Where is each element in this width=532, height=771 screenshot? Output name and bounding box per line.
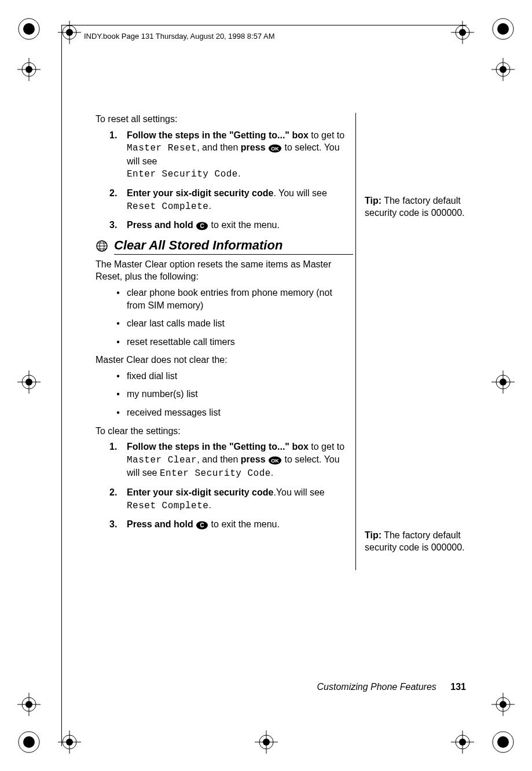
lcd-text: Enter Security Code bbox=[127, 169, 238, 179]
step-bold: Enter your six-digit security code bbox=[127, 487, 273, 497]
svg-point-31 bbox=[25, 701, 32, 708]
step-item: 2. Enter your six-digit security code. Y… bbox=[96, 187, 353, 213]
page-number: 131 bbox=[450, 682, 466, 692]
content-divider bbox=[355, 113, 356, 570]
crop-mark-icon bbox=[255, 730, 278, 754]
svg-text:OK: OK bbox=[271, 146, 279, 152]
running-header: INDY.book Page 131 Thursday, August 20, … bbox=[84, 32, 275, 41]
list-item: •fixed dial list bbox=[96, 370, 353, 383]
svg-point-23 bbox=[25, 379, 32, 386]
header-rule bbox=[61, 25, 467, 26]
svg-point-15 bbox=[25, 66, 32, 73]
bullet-list: •clear phone book entries from phone mem… bbox=[96, 287, 353, 348]
svg-point-39 bbox=[497, 736, 509, 748]
step-item: 2. Enter your six-digit security code.Yo… bbox=[96, 486, 353, 512]
svg-point-51 bbox=[459, 739, 466, 746]
svg-text:OK: OK bbox=[271, 458, 279, 464]
svg-point-3 bbox=[497, 23, 509, 35]
c-key-icon: C bbox=[196, 519, 208, 531]
globe-icon bbox=[96, 240, 108, 252]
step-number: 3. bbox=[96, 518, 127, 531]
svg-text:C: C bbox=[200, 223, 204, 229]
section-heading-row: Clear All Stored Information bbox=[96, 238, 353, 255]
lcd-text: Reset Complete bbox=[127, 501, 208, 511]
step-bold: Press and hold bbox=[127, 220, 193, 230]
tip-note: Tip: The factory default security code i… bbox=[365, 530, 469, 554]
step-number: 2. bbox=[96, 187, 127, 213]
crop-mark-icon bbox=[17, 370, 41, 394]
list-item: •clear last calls made list bbox=[96, 317, 353, 330]
lcd-text: Master Clear bbox=[127, 455, 197, 465]
lcd-text: Reset Complete bbox=[127, 201, 208, 212]
svg-point-7 bbox=[66, 29, 73, 36]
step-number: 1. bbox=[96, 129, 127, 181]
bullet-list: •fixed dial list •my number(s) list •rec… bbox=[96, 370, 353, 419]
page-footer: Customizing Phone Features 131 bbox=[96, 682, 466, 692]
lcd-text: Enter Security Code bbox=[160, 468, 271, 479]
page-guide bbox=[61, 25, 62, 746]
step-item: 3. Press and hold C to exit the menu. bbox=[96, 518, 353, 531]
ok-key-icon: OK bbox=[268, 454, 282, 467]
step-bold: Follow the steps in the "Getting to..." … bbox=[127, 130, 309, 140]
step-item: 1. Follow the steps in the "Getting to..… bbox=[96, 129, 353, 181]
lcd-text: Master Reset bbox=[127, 143, 197, 153]
crop-mark-icon bbox=[491, 693, 515, 716]
intro-text: To clear the settings: bbox=[96, 425, 353, 438]
step-item: 3. Press and hold C to exit the menu. bbox=[96, 219, 353, 232]
svg-point-19 bbox=[500, 66, 507, 73]
list-item: •reset resettable call timers bbox=[96, 336, 353, 348]
chapter-title: Customizing Phone Features bbox=[317, 682, 436, 692]
crop-mark-icon bbox=[491, 58, 515, 81]
tip-note: Tip: The factory default security code i… bbox=[365, 195, 469, 219]
svg-point-27 bbox=[500, 379, 507, 386]
step-bold: Follow the steps in the "Getting to..." … bbox=[127, 442, 309, 451]
registration-mark-icon bbox=[17, 17, 41, 41]
steps-list-reset: 1. Follow the steps in the "Getting to..… bbox=[96, 129, 353, 232]
registration-mark-icon bbox=[491, 730, 515, 754]
svg-text:C: C bbox=[200, 522, 204, 528]
step-number: 3. bbox=[96, 219, 127, 232]
list-item: •received messages list bbox=[96, 406, 353, 419]
intro-text: To reset all settings: bbox=[96, 113, 353, 126]
crop-mark-icon bbox=[451, 730, 474, 754]
step-bold: Enter your six-digit security code bbox=[127, 188, 273, 198]
paragraph: Master Clear does not clear the: bbox=[96, 354, 353, 366]
ok-key-icon: OK bbox=[268, 142, 282, 155]
step-item: 1. Follow the steps in the "Getting to..… bbox=[96, 440, 353, 480]
svg-point-47 bbox=[263, 739, 270, 746]
svg-point-1 bbox=[23, 23, 35, 35]
steps-list-clear: 1. Follow the steps in the "Getting to..… bbox=[96, 440, 353, 531]
step-number: 1. bbox=[96, 440, 127, 480]
svg-point-37 bbox=[23, 736, 35, 748]
main-content: To reset all settings: 1. Follow the ste… bbox=[96, 113, 353, 537]
registration-mark-icon bbox=[491, 17, 515, 41]
svg-point-11 bbox=[459, 29, 466, 36]
crop-mark-icon bbox=[491, 370, 515, 394]
c-key-icon: C bbox=[196, 219, 208, 232]
crop-mark-icon bbox=[17, 693, 41, 716]
list-item: •my number(s) list bbox=[96, 388, 353, 401]
list-item: •clear phone book entries from phone mem… bbox=[96, 287, 353, 311]
svg-point-35 bbox=[500, 701, 507, 708]
section-heading: Clear All Stored Information bbox=[114, 238, 353, 255]
svg-point-43 bbox=[66, 739, 73, 746]
paragraph: The Master Clear option resets the same … bbox=[96, 258, 353, 283]
step-bold: Press and hold bbox=[127, 519, 193, 529]
crop-mark-icon bbox=[451, 21, 474, 44]
registration-mark-icon bbox=[17, 730, 41, 754]
crop-mark-icon bbox=[17, 58, 41, 81]
tip-label: Tip: bbox=[365, 530, 381, 540]
tip-label: Tip: bbox=[365, 196, 381, 205]
step-number: 2. bbox=[96, 486, 127, 512]
